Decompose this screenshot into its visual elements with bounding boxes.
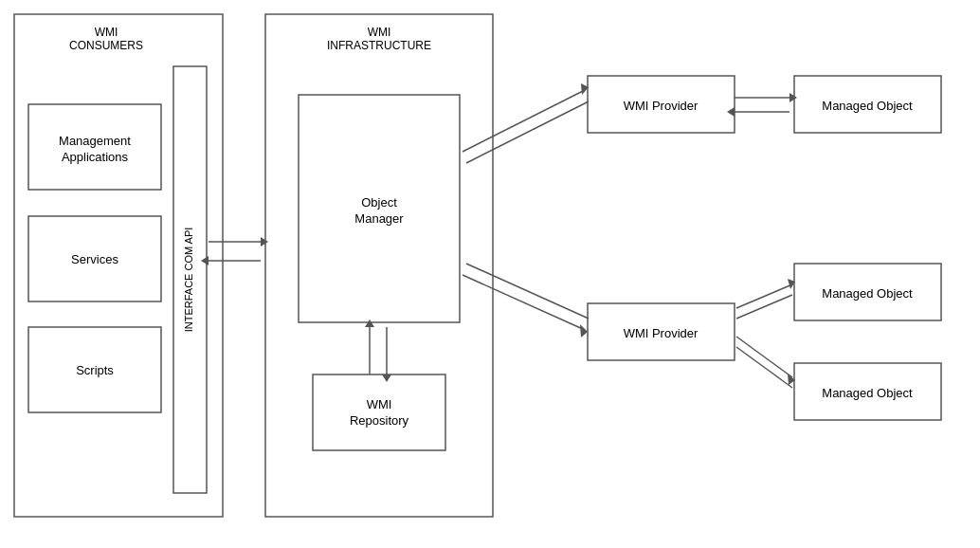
management-applications-label2: Applications: [62, 150, 129, 164]
infrastructure-title: WMI: [368, 26, 391, 39]
svg-line-13: [736, 347, 792, 388]
wmi-repository-box: [313, 374, 445, 450]
svg-line-10: [736, 284, 792, 308]
diagram: WMI CONSUMERS INTERFACE COM API Manageme…: [0, 0, 980, 548]
services-label: Services: [71, 252, 118, 266]
managed-object-3-label: Managed Object: [822, 386, 913, 400]
scripts-label: Scripts: [76, 363, 114, 377]
wmi-provider-2-label: WMI Provider: [624, 326, 699, 340]
consumers-title: WMI: [95, 26, 118, 39]
arrow-diag-down1: [580, 324, 588, 338]
wmi-repository-label2: Repository: [350, 413, 409, 428]
object-manager-label2: Manager: [354, 211, 404, 226]
svg-line-11: [736, 295, 792, 319]
consumers-title2: CONSUMERS: [69, 39, 143, 52]
managed-object-1-label: Managed Object: [822, 99, 913, 113]
interface-label: INTERFACE COM API: [183, 228, 194, 333]
object-manager-label: Object: [361, 195, 397, 210]
wmi-provider-1-label: WMI Provider: [624, 99, 699, 113]
managed-object-2-label: Managed Object: [822, 286, 913, 301]
wmi-repository-label: WMI: [367, 397, 392, 411]
svg-line-12: [736, 337, 792, 377]
management-applications-label: Management: [59, 134, 131, 148]
infrastructure-title2: INFRASTRUCTURE: [327, 39, 431, 52]
